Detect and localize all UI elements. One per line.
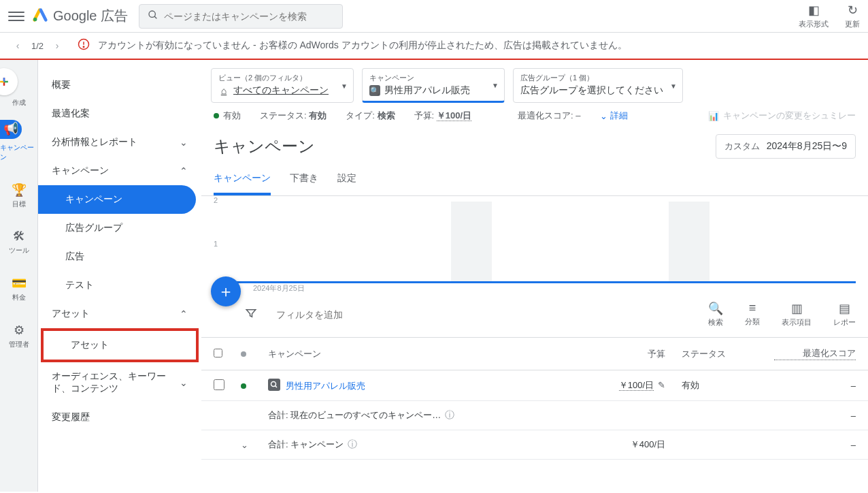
info-icon[interactable]: ⓘ [348,439,357,449]
campaign-type-icon [268,379,280,391]
table-row: 男性用アパレル販売 ￥100/日✎ 有効 – [201,370,868,401]
sidebar-adgroups[interactable]: 広告グループ [38,214,201,242]
create-fab[interactable] [0,68,18,95]
page-title-row: キャンペーン カスタム 2024年8月25日〜9 [201,129,868,164]
sidebar-assets[interactable]: アセット⌃ [38,300,201,328]
nav-rail: 作成 📢 キャンペーン 🏆 目標 🛠 ツール 💳 料金 ⚙ 管理者 [0,60,38,492]
info-icon[interactable]: ⓘ [445,409,454,420]
app-header: Google 広告 ◧ 表示形式 ↻ 更新 [0,0,868,33]
rail-goals[interactable]: 🏆 目標 [0,178,37,213]
col-opt-score[interactable]: 最適化スコア [774,347,856,360]
scope-view-label: ビュー（2 個のフィルタ） [218,73,346,83]
col-status[interactable]: ステータス [665,348,774,360]
svg-point-5 [83,46,84,48]
sidebar-asset-sub-label: アセット [71,339,109,351]
campaigns-table: キャンペーン 予算 ステータス 最適化スコア 男性用アパレル販売 ￥100/日✎… [201,338,868,460]
add-campaign-fab[interactable]: ＋ [211,276,241,306]
refresh-label: 更新 [845,19,860,29]
megaphone-icon: 📢 [3,121,18,136]
tab-campaigns[interactable]: キャンペーン [214,164,271,195]
y-tick: 2 [214,196,218,204]
search-icon [148,10,158,22]
status-opt-score: 最適化スコア: – [518,110,580,122]
campaign-link[interactable]: 男性用アパレル販売 [286,381,365,391]
row-checkbox[interactable] [214,379,224,390]
tab-settings[interactable]: 設定 [337,164,356,195]
search-box[interactable] [139,4,343,29]
row-budget[interactable]: ￥100/日 [619,380,654,391]
rail-admin[interactable]: ⚙ 管理者 [0,319,37,353]
sidebar-audiences[interactable]: オーディエンス、キーワード、コンテンツ⌄ [38,362,201,403]
select-all-checkbox[interactable] [214,349,222,357]
rail-tools[interactable]: 🛠 ツール [0,225,37,259]
filter-segment[interactable]: ≡分類 [745,301,760,328]
scope-row: ビュー（2 個のフィルタ） ⌂すべてのキャンペーン ▼ キャンペーン 🔍男性用ア… [201,60,868,103]
filter-reports[interactable]: ▤レポー [833,301,856,328]
scope-view[interactable]: ビュー（2 個のフィルタ） ⌂すべてのキャンペーン ▼ [211,68,354,103]
display-mode-icon: ◧ [808,3,820,18]
card-icon: 💳 [12,276,27,291]
rail-admin-label: 管理者 [9,340,29,349]
sidebar-change-history[interactable]: 変更履歴 [38,403,201,432]
svg-line-2 [154,16,156,18]
tab-drafts[interactable]: 下書き [290,164,318,195]
rail-tools-label: ツール [9,246,29,255]
sidebar-asset-sub[interactable]: アセット [44,331,196,360]
sidebar-campaigns-sub-label: キャンペーン [65,193,122,206]
sidebar-ads[interactable]: 広告 [38,242,201,271]
menu-icon[interactable] [8,8,24,25]
sidebar: 概要 最適化案 分析情報とレポート⌄ キャンペーン⌃ キャンペーン 広告グループ… [38,60,201,492]
total-camp-budget: ￥400/日 [570,439,665,451]
display-mode-button[interactable]: ◧ 表示形式 [799,3,829,29]
alert-page-indicator: 1/2 [31,41,44,51]
rail-campaigns[interactable]: 📢 キャンペーン [0,120,37,166]
expand-icon[interactable]: ⌄ [241,440,248,450]
status-dot-icon [241,383,246,389]
col-budget[interactable]: 予算 [570,348,665,360]
simulate-disabled: 📊キャンペーンの変更をシュミレー [708,110,856,122]
logo[interactable]: Google 広告 [33,7,128,25]
chevron-down-icon: ⌄ [180,137,188,148]
rail-create[interactable]: 作成 [0,68,37,108]
filter-search[interactable]: 🔍検索 [708,301,723,328]
scope-view-value: すべてのキャンペーン [233,84,329,97]
chevron-down-icon: ⌄ [180,377,188,388]
sidebar-recommendations[interactable]: 最適化案 [38,99,201,128]
warning-icon [78,38,90,54]
detail-link[interactable]: ⌄詳細 [600,110,628,122]
sidebar-overview-label: 概要 [52,79,71,91]
alert-message: アカウントが有効になっていません - お客様の AdWords アカウントの利用… [98,39,627,52]
sidebar-overview[interactable]: 概要 [38,71,201,99]
status-dot-icon [214,113,219,118]
status-row: 有効 ステータス: 有効 タイプ: 検索 予算: ￥100/日 最適化スコア: … [201,103,868,129]
gear-icon: ⚙ [14,323,24,338]
row-opt-score: – [774,381,856,391]
sidebar-tests[interactable]: テスト [38,271,201,300]
edit-icon[interactable]: ✎ [658,380,665,390]
alert-next-icon[interactable]: › [50,39,64,52]
filter-columns[interactable]: ▥表示項目 [782,301,812,328]
search-input[interactable] [164,11,327,22]
main-content: ビュー（2 個のフィルタ） ⌂すべてのキャンペーン ▼ キャンペーン 🔍男性用ア… [201,60,868,492]
sidebar-assets-label: アセット [52,308,90,320]
page-title: キャンペーン [214,136,315,157]
date-range-picker[interactable]: カスタム 2024年8月25日〜9 [716,134,856,159]
col-campaign[interactable]: キャンペーン [268,348,570,360]
wrench-icon: 🛠 [13,229,25,244]
scope-campaign[interactable]: キャンペーン 🔍男性用アパレル販売 ▼ [362,68,505,103]
refresh-button[interactable]: ↻ 更新 [845,3,860,29]
rail-billing[interactable]: 💳 料金 [0,272,37,306]
table-total-row: ⌄ 合計: キャンペーンⓘ ￥400/日 – [201,430,868,460]
alert-prev-icon[interactable]: ‹ [11,39,24,52]
scope-adgroup[interactable]: 広告グループ（1 個） 広告グループを選択してください ▼ [513,68,683,103]
sidebar-insights[interactable]: 分析情報とレポート⌄ [38,128,201,157]
filter-input[interactable] [276,309,708,320]
sidebar-campaigns[interactable]: キャンペーン⌃ [38,157,201,185]
search-icon: 🔍 [708,301,723,316]
google-ads-logo-icon [33,7,48,25]
filter-row: 🔍検索 ≡分類 ▥表示項目 ▤レポー [201,291,868,338]
sidebar-campaigns-sub[interactable]: キャンペーン [38,185,196,214]
search-type-icon: 🔍 [369,85,380,96]
rail-billing-label: 料金 [12,293,26,302]
filter-icon[interactable] [245,307,257,322]
